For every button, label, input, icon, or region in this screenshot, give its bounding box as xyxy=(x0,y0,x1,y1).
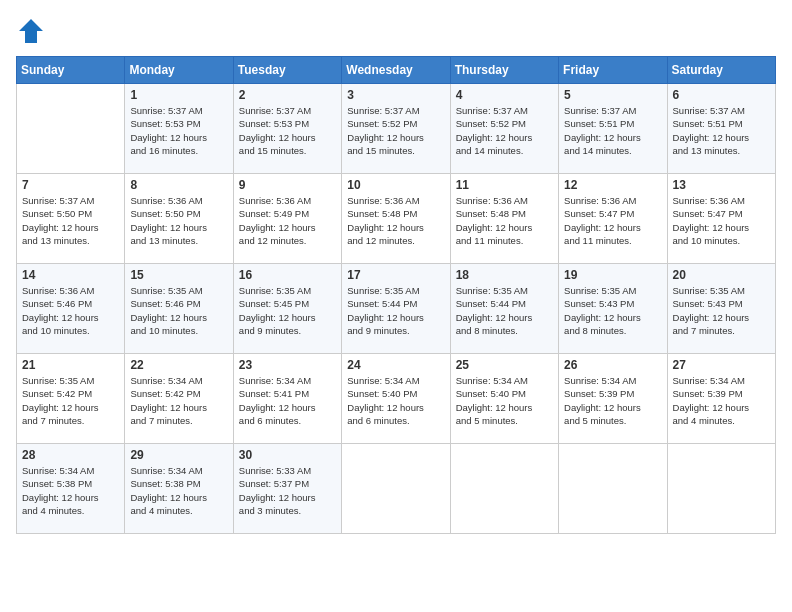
calendar-cell: 23Sunrise: 5:34 AM Sunset: 5:41 PM Dayli… xyxy=(233,354,341,444)
header-wednesday: Wednesday xyxy=(342,57,450,84)
calendar-cell: 18Sunrise: 5:35 AM Sunset: 5:44 PM Dayli… xyxy=(450,264,558,354)
calendar-cell: 6Sunrise: 5:37 AM Sunset: 5:51 PM Daylig… xyxy=(667,84,775,174)
calendar-cell: 29Sunrise: 5:34 AM Sunset: 5:38 PM Dayli… xyxy=(125,444,233,534)
day-number: 18 xyxy=(456,268,553,282)
calendar-cell: 9Sunrise: 5:36 AM Sunset: 5:49 PM Daylig… xyxy=(233,174,341,264)
day-number: 22 xyxy=(130,358,227,372)
cell-info: Sunrise: 5:36 AM Sunset: 5:47 PM Dayligh… xyxy=(673,194,770,247)
cell-info: Sunrise: 5:37 AM Sunset: 5:52 PM Dayligh… xyxy=(347,104,444,157)
calendar-cell: 2Sunrise: 5:37 AM Sunset: 5:53 PM Daylig… xyxy=(233,84,341,174)
cell-info: Sunrise: 5:36 AM Sunset: 5:46 PM Dayligh… xyxy=(22,284,119,337)
calendar-header-row: SundayMondayTuesdayWednesdayThursdayFrid… xyxy=(17,57,776,84)
cell-info: Sunrise: 5:36 AM Sunset: 5:50 PM Dayligh… xyxy=(130,194,227,247)
calendar-cell: 10Sunrise: 5:36 AM Sunset: 5:48 PM Dayli… xyxy=(342,174,450,264)
cell-info: Sunrise: 5:35 AM Sunset: 5:46 PM Dayligh… xyxy=(130,284,227,337)
calendar-cell: 16Sunrise: 5:35 AM Sunset: 5:45 PM Dayli… xyxy=(233,264,341,354)
calendar-cell: 14Sunrise: 5:36 AM Sunset: 5:46 PM Dayli… xyxy=(17,264,125,354)
cell-info: Sunrise: 5:34 AM Sunset: 5:41 PM Dayligh… xyxy=(239,374,336,427)
header-sunday: Sunday xyxy=(17,57,125,84)
cell-info: Sunrise: 5:35 AM Sunset: 5:44 PM Dayligh… xyxy=(456,284,553,337)
day-number: 6 xyxy=(673,88,770,102)
day-number: 3 xyxy=(347,88,444,102)
cell-info: Sunrise: 5:35 AM Sunset: 5:42 PM Dayligh… xyxy=(22,374,119,427)
day-number: 15 xyxy=(130,268,227,282)
calendar-cell: 11Sunrise: 5:36 AM Sunset: 5:48 PM Dayli… xyxy=(450,174,558,264)
day-number: 10 xyxy=(347,178,444,192)
header-monday: Monday xyxy=(125,57,233,84)
day-number: 28 xyxy=(22,448,119,462)
day-number: 25 xyxy=(456,358,553,372)
cell-info: Sunrise: 5:36 AM Sunset: 5:48 PM Dayligh… xyxy=(347,194,444,247)
calendar-cell: 26Sunrise: 5:34 AM Sunset: 5:39 PM Dayli… xyxy=(559,354,667,444)
cell-info: Sunrise: 5:36 AM Sunset: 5:47 PM Dayligh… xyxy=(564,194,661,247)
calendar-week-row: 28Sunrise: 5:34 AM Sunset: 5:38 PM Dayli… xyxy=(17,444,776,534)
cell-info: Sunrise: 5:37 AM Sunset: 5:51 PM Dayligh… xyxy=(673,104,770,157)
header-friday: Friday xyxy=(559,57,667,84)
day-number: 2 xyxy=(239,88,336,102)
cell-info: Sunrise: 5:34 AM Sunset: 5:40 PM Dayligh… xyxy=(456,374,553,427)
day-number: 20 xyxy=(673,268,770,282)
day-number: 30 xyxy=(239,448,336,462)
calendar-cell: 15Sunrise: 5:35 AM Sunset: 5:46 PM Dayli… xyxy=(125,264,233,354)
calendar-cell: 30Sunrise: 5:33 AM Sunset: 5:37 PM Dayli… xyxy=(233,444,341,534)
logo-icon xyxy=(16,16,46,46)
day-number: 29 xyxy=(130,448,227,462)
day-number: 16 xyxy=(239,268,336,282)
cell-info: Sunrise: 5:37 AM Sunset: 5:52 PM Dayligh… xyxy=(456,104,553,157)
svg-marker-0 xyxy=(19,19,43,43)
cell-info: Sunrise: 5:37 AM Sunset: 5:53 PM Dayligh… xyxy=(130,104,227,157)
cell-info: Sunrise: 5:35 AM Sunset: 5:45 PM Dayligh… xyxy=(239,284,336,337)
cell-info: Sunrise: 5:35 AM Sunset: 5:43 PM Dayligh… xyxy=(673,284,770,337)
calendar-cell xyxy=(450,444,558,534)
cell-info: Sunrise: 5:37 AM Sunset: 5:53 PM Dayligh… xyxy=(239,104,336,157)
day-number: 7 xyxy=(22,178,119,192)
day-number: 11 xyxy=(456,178,553,192)
header-thursday: Thursday xyxy=(450,57,558,84)
day-number: 1 xyxy=(130,88,227,102)
calendar-cell xyxy=(342,444,450,534)
calendar-cell: 13Sunrise: 5:36 AM Sunset: 5:47 PM Dayli… xyxy=(667,174,775,264)
calendar-week-row: 14Sunrise: 5:36 AM Sunset: 5:46 PM Dayli… xyxy=(17,264,776,354)
calendar-cell: 7Sunrise: 5:37 AM Sunset: 5:50 PM Daylig… xyxy=(17,174,125,264)
cell-info: Sunrise: 5:36 AM Sunset: 5:49 PM Dayligh… xyxy=(239,194,336,247)
calendar-cell xyxy=(559,444,667,534)
day-number: 24 xyxy=(347,358,444,372)
day-number: 8 xyxy=(130,178,227,192)
cell-info: Sunrise: 5:34 AM Sunset: 5:38 PM Dayligh… xyxy=(130,464,227,517)
calendar-cell: 1Sunrise: 5:37 AM Sunset: 5:53 PM Daylig… xyxy=(125,84,233,174)
cell-info: Sunrise: 5:37 AM Sunset: 5:51 PM Dayligh… xyxy=(564,104,661,157)
day-number: 23 xyxy=(239,358,336,372)
page-header xyxy=(16,16,776,46)
calendar-cell: 3Sunrise: 5:37 AM Sunset: 5:52 PM Daylig… xyxy=(342,84,450,174)
calendar-cell: 8Sunrise: 5:36 AM Sunset: 5:50 PM Daylig… xyxy=(125,174,233,264)
header-saturday: Saturday xyxy=(667,57,775,84)
calendar-cell: 25Sunrise: 5:34 AM Sunset: 5:40 PM Dayli… xyxy=(450,354,558,444)
cell-info: Sunrise: 5:36 AM Sunset: 5:48 PM Dayligh… xyxy=(456,194,553,247)
day-number: 17 xyxy=(347,268,444,282)
logo xyxy=(16,16,50,46)
calendar-week-row: 1Sunrise: 5:37 AM Sunset: 5:53 PM Daylig… xyxy=(17,84,776,174)
day-number: 5 xyxy=(564,88,661,102)
cell-info: Sunrise: 5:33 AM Sunset: 5:37 PM Dayligh… xyxy=(239,464,336,517)
calendar-cell: 4Sunrise: 5:37 AM Sunset: 5:52 PM Daylig… xyxy=(450,84,558,174)
day-number: 12 xyxy=(564,178,661,192)
header-tuesday: Tuesday xyxy=(233,57,341,84)
cell-info: Sunrise: 5:37 AM Sunset: 5:50 PM Dayligh… xyxy=(22,194,119,247)
calendar-cell: 5Sunrise: 5:37 AM Sunset: 5:51 PM Daylig… xyxy=(559,84,667,174)
calendar-week-row: 21Sunrise: 5:35 AM Sunset: 5:42 PM Dayli… xyxy=(17,354,776,444)
day-number: 9 xyxy=(239,178,336,192)
calendar-cell xyxy=(667,444,775,534)
calendar-cell: 19Sunrise: 5:35 AM Sunset: 5:43 PM Dayli… xyxy=(559,264,667,354)
calendar-cell: 21Sunrise: 5:35 AM Sunset: 5:42 PM Dayli… xyxy=(17,354,125,444)
calendar-cell: 27Sunrise: 5:34 AM Sunset: 5:39 PM Dayli… xyxy=(667,354,775,444)
day-number: 26 xyxy=(564,358,661,372)
calendar-cell: 17Sunrise: 5:35 AM Sunset: 5:44 PM Dayli… xyxy=(342,264,450,354)
calendar-cell: 28Sunrise: 5:34 AM Sunset: 5:38 PM Dayli… xyxy=(17,444,125,534)
calendar-cell: 12Sunrise: 5:36 AM Sunset: 5:47 PM Dayli… xyxy=(559,174,667,264)
calendar-cell: 22Sunrise: 5:34 AM Sunset: 5:42 PM Dayli… xyxy=(125,354,233,444)
day-number: 19 xyxy=(564,268,661,282)
cell-info: Sunrise: 5:34 AM Sunset: 5:39 PM Dayligh… xyxy=(673,374,770,427)
day-number: 4 xyxy=(456,88,553,102)
calendar-table: SundayMondayTuesdayWednesdayThursdayFrid… xyxy=(16,56,776,534)
day-number: 21 xyxy=(22,358,119,372)
